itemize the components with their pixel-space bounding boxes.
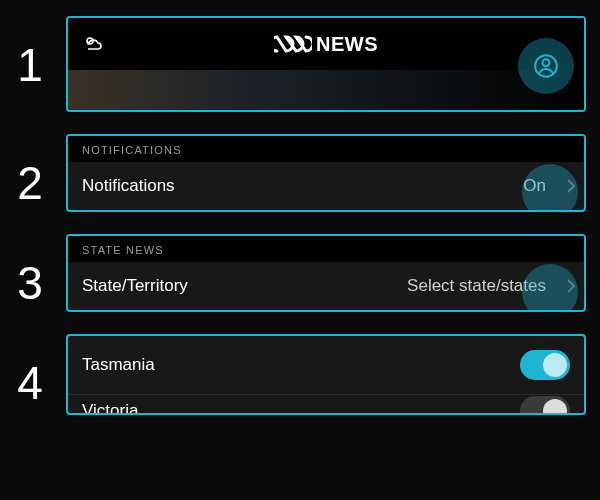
state-label: Tasmania — [82, 355, 155, 375]
notifications-label: Notifications — [82, 176, 175, 196]
step-number-4: 4 — [12, 334, 48, 406]
abc-logo-icon — [274, 34, 312, 54]
toggle-victoria[interactable] — [520, 396, 570, 413]
state-news-card: STATE NEWS State/Territory Select state/… — [66, 234, 586, 312]
step-number-1: 1 — [12, 16, 48, 88]
brand-text: NEWS — [316, 33, 378, 56]
state-label: Victoria — [82, 401, 138, 413]
toggle-tasmania[interactable] — [520, 350, 570, 380]
list-item[interactable]: Tasmania — [68, 336, 584, 395]
notifications-row[interactable]: Notifications On — [68, 162, 584, 210]
step-number-3: 3 — [12, 234, 48, 306]
weather-icon[interactable] — [82, 32, 106, 56]
state-news-highlight — [522, 264, 578, 312]
step-number-2: 2 — [12, 134, 48, 206]
svg-point-2 — [543, 59, 550, 66]
state-territory-row[interactable]: State/Territory Select state/states — [68, 262, 584, 310]
hero-image-strip — [68, 70, 584, 112]
brand-logo: NEWS — [274, 33, 378, 56]
app-header: NEWS — [68, 18, 584, 70]
toggle-knob — [543, 353, 567, 377]
notifications-highlight — [522, 164, 578, 212]
state-news-section-header: STATE NEWS — [68, 236, 584, 262]
states-list-card: Tasmania Victoria — [66, 334, 586, 415]
list-item[interactable]: Victoria — [68, 395, 584, 413]
profile-button[interactable] — [518, 38, 574, 94]
profile-icon — [533, 53, 559, 79]
state-territory-label: State/Territory — [82, 276, 188, 296]
toggle-knob — [543, 399, 567, 413]
notifications-card: NOTIFICATIONS Notifications On — [66, 134, 586, 212]
header-card: NEWS — [66, 16, 586, 112]
notifications-section-header: NOTIFICATIONS — [68, 136, 584, 162]
